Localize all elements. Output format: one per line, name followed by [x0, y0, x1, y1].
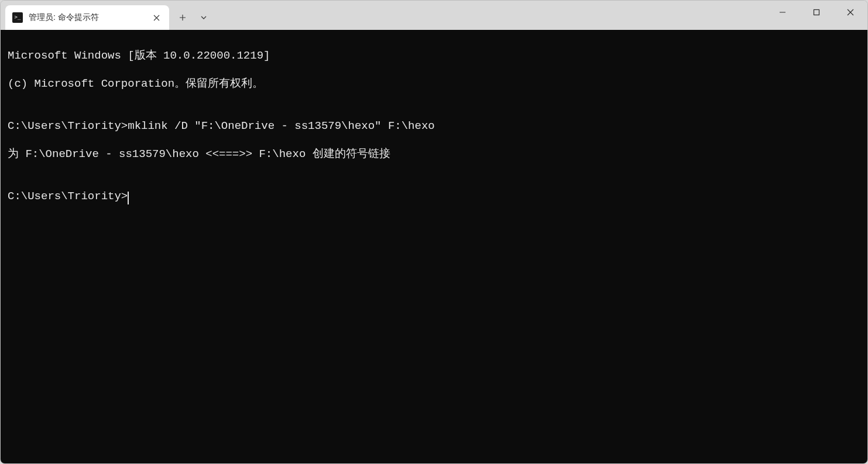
- terminal-prompt-line: C:\Users\Triority>: [8, 189, 860, 203]
- titlebar[interactable]: 管理员: 命令提示符: [1, 1, 867, 30]
- tab-dropdown-button[interactable]: [194, 8, 214, 28]
- new-tab-button[interactable]: [173, 8, 193, 28]
- terminal-line: C:\Users\Triority>mklink /D "F:\OneDrive…: [8, 119, 860, 133]
- chevron-down-icon: [200, 14, 207, 21]
- tab-close-button[interactable]: [149, 11, 163, 25]
- terminal-prompt: C:\Users\Triority>: [8, 190, 128, 203]
- svg-rect-0: [814, 10, 819, 15]
- terminal-cursor: [128, 192, 129, 204]
- close-icon: [847, 9, 854, 16]
- tab-active[interactable]: 管理员: 命令提示符: [5, 5, 169, 30]
- minimize-button[interactable]: [766, 1, 800, 24]
- terminal-window: 管理员: 命令提示符 Microsoft Window: [0, 0, 868, 464]
- tab-title: 管理员: 命令提示符: [29, 12, 143, 23]
- maximize-icon: [813, 9, 820, 16]
- tabstrip-buttons: [173, 5, 214, 30]
- cmd-icon: [12, 12, 23, 23]
- window-controls: [766, 1, 867, 30]
- terminal-line: (c) Microsoft Corporation。保留所有权利。: [8, 77, 860, 91]
- close-window-button[interactable]: [833, 1, 867, 24]
- maximize-button[interactable]: [800, 1, 833, 24]
- close-icon: [153, 15, 160, 21]
- minimize-icon: [779, 9, 786, 16]
- plus-icon: [179, 14, 186, 21]
- terminal-output[interactable]: Microsoft Windows [版本 10.0.22000.1219] (…: [1, 30, 867, 463]
- terminal-line: Microsoft Windows [版本 10.0.22000.1219]: [8, 49, 860, 63]
- terminal-line: 为 F:\OneDrive - ss13579\hexo <<===>> F:\…: [8, 147, 860, 161]
